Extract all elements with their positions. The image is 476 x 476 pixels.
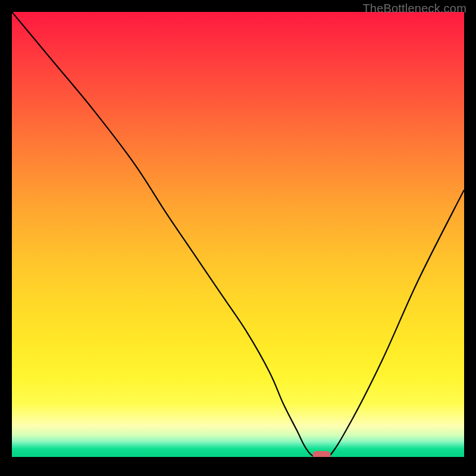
bottleneck-curve bbox=[12, 12, 464, 457]
curve-layer bbox=[12, 12, 464, 457]
watermark-text: TheBottleneck.com bbox=[362, 2, 466, 15]
optimum-marker bbox=[313, 451, 331, 457]
plot-area bbox=[12, 12, 464, 457]
chart-frame: TheBottleneck.com bbox=[0, 0, 476, 476]
